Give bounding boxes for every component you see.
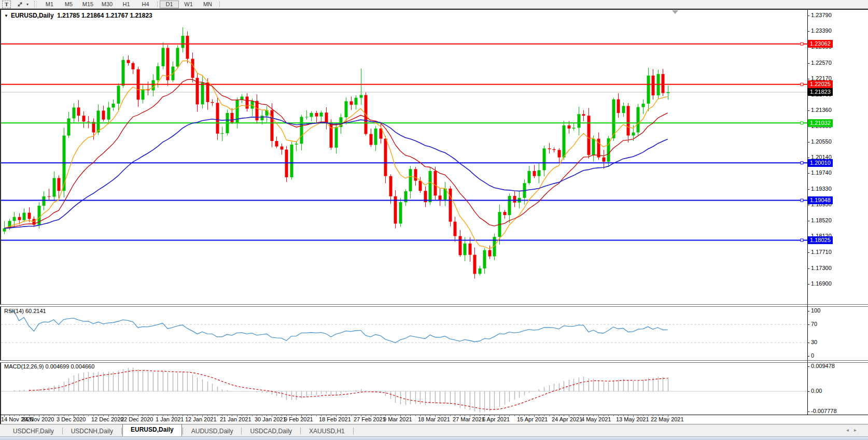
tab-separator xyxy=(353,428,354,434)
axis-tick xyxy=(807,142,809,143)
date-label: 24 Nov 2020 xyxy=(22,416,54,422)
time-minor-tick xyxy=(415,415,416,416)
axis-tick-label: -0.007778 xyxy=(811,408,837,414)
line-handle-1.18025[interactable] xyxy=(801,239,803,242)
macd-signal-line xyxy=(29,371,668,409)
macd-panel-resize-handle[interactable] xyxy=(0,360,868,363)
axis-tick xyxy=(807,252,809,253)
price-level-badge: 1.23062 xyxy=(808,40,833,48)
line-handle-1.21032[interactable] xyxy=(801,122,803,124)
chart-canvas[interactable] xyxy=(0,0,868,440)
price-level-badge: 1.20010 xyxy=(808,159,833,167)
tab-audusd[interactable]: AUDUSD,Daily xyxy=(184,426,241,436)
date-label: 30 Jan 2021 xyxy=(255,416,286,422)
line-handle-1.20010[interactable] xyxy=(801,162,803,164)
axis-tick xyxy=(807,391,809,392)
chart-symbol-period: EURUSD,Daily xyxy=(11,12,54,19)
line-handle-1.19048[interactable] xyxy=(801,199,803,202)
axis-tick xyxy=(807,205,809,205)
axis-tick xyxy=(807,324,809,325)
axis-divider xyxy=(807,10,808,415)
price-level-badge: 1.19048 xyxy=(808,196,833,204)
tab-usdcad[interactable]: USDCAD,Daily xyxy=(242,426,300,436)
tab-separator xyxy=(121,428,122,434)
axis-tick xyxy=(807,110,809,111)
macd-indicator-label: MACD(12,26,9) 0.004699 0.004660 xyxy=(4,363,94,370)
axis-tick xyxy=(807,16,809,16)
status-strip xyxy=(0,436,868,440)
axis-tick-label: 1.20550 xyxy=(811,138,832,145)
chart-ohlc-values: 1.21785 1.21864 1.21767 1.21823 xyxy=(57,12,152,19)
axis-tick-label: 30 xyxy=(811,339,817,345)
tab-separator xyxy=(241,428,242,434)
ma-fast-line xyxy=(4,61,668,249)
date-label: 18 Feb 2021 xyxy=(319,416,351,422)
chart-tabs-bar: USDCHF,DailyUSDCNH,DailyEURUSD,DailyAUDU… xyxy=(0,424,868,436)
line-handle-1.23062[interactable] xyxy=(801,42,803,45)
collapse-icon[interactable]: ▼ xyxy=(4,13,8,18)
axis-tick xyxy=(807,284,809,285)
date-label: 15 Apr 2021 xyxy=(517,416,548,422)
time-minor-tick xyxy=(217,415,218,416)
price-level-badge: 1.21032 xyxy=(808,119,833,127)
time-minor-tick xyxy=(450,415,451,416)
date-label: 6 Apr 2021 xyxy=(482,416,510,422)
date-label: 4 May 2021 xyxy=(581,416,611,422)
time-minor-tick xyxy=(316,415,317,416)
axis-tick-label: 1.19330 xyxy=(811,186,832,192)
rsi-indicator-label: RSI(14) 60.2141 xyxy=(4,308,46,314)
axis-tick xyxy=(807,343,809,343)
tab-separator xyxy=(183,428,183,434)
date-label: 22 May 2021 xyxy=(651,416,684,422)
date-label: 21 Jan 2021 xyxy=(220,416,251,422)
tab-scroll-right-icon[interactable]: ▸ xyxy=(854,427,862,433)
axis-tick xyxy=(807,173,809,174)
axis-tick-label: 1.23790 xyxy=(811,12,832,18)
axis-tick-label: 70 xyxy=(811,321,817,327)
time-minor-tick xyxy=(613,415,614,416)
axis-tick xyxy=(807,158,809,158)
axis-tick xyxy=(807,221,809,221)
axis-tick-label: 0.009478 xyxy=(811,363,835,369)
current-price-badge: 1.21823 xyxy=(808,88,833,96)
chart-shift-icon[interactable] xyxy=(672,10,678,14)
date-label: 1 Jan 2021 xyxy=(156,416,184,422)
chart-title: ▼EURUSD,Daily 1.21785 1.21864 1.21767 1.… xyxy=(4,12,152,19)
axis-tick-label: 1.16900 xyxy=(811,280,832,287)
axis-tick xyxy=(807,268,809,269)
plot-bottom-border xyxy=(0,415,868,415)
axis-tick xyxy=(807,63,809,64)
tab-eurusd[interactable]: EURUSD,Daily xyxy=(122,424,182,436)
axis-tick xyxy=(807,311,809,311)
date-label: 12 Jan 2021 xyxy=(185,416,217,422)
date-label: 18 Mar 2021 xyxy=(418,416,450,422)
rsi-line xyxy=(9,311,668,343)
time-minor-tick xyxy=(252,415,253,416)
candles xyxy=(3,27,670,279)
axis-tick xyxy=(807,189,809,190)
axis-tick xyxy=(807,411,809,412)
axis-tick-label: 1.18520 xyxy=(811,217,832,223)
axis-tick xyxy=(807,79,809,79)
time-minor-tick xyxy=(514,415,515,416)
axis-tick-label: 0 xyxy=(811,352,814,359)
tab-scroll-left-icon[interactable]: ◂ xyxy=(846,427,854,433)
axis-tick-label: 1.19740 xyxy=(811,169,832,176)
tab-separator xyxy=(300,428,301,434)
rsi-panel-resize-handle[interactable] xyxy=(0,304,868,307)
axis-tick-label: 1.23390 xyxy=(811,27,832,34)
tab-usdcnh[interactable]: USDCNH,Daily xyxy=(63,426,121,436)
date-label: 9 Mar 2021 xyxy=(383,416,412,422)
tab-xauusd[interactable]: XAUUSD,H1 xyxy=(301,426,353,436)
price-level-badge: 1.22025 xyxy=(808,80,833,88)
axis-tick xyxy=(807,366,809,367)
line-handle-1.22025[interactable] xyxy=(801,83,803,86)
price-level-badge: 1.18025 xyxy=(808,236,833,244)
date-label: 27 Feb 2021 xyxy=(354,416,386,422)
axis-tick-label: 0.00 xyxy=(811,388,822,394)
tab-scroll-arrows[interactable]: ◂▸ xyxy=(846,427,862,433)
time-minor-tick xyxy=(88,415,89,416)
tab-usdchf[interactable]: USDCHF,Daily xyxy=(5,426,62,436)
date-label: 9 Feb 2021 xyxy=(284,416,313,422)
tab-separator xyxy=(62,428,63,434)
